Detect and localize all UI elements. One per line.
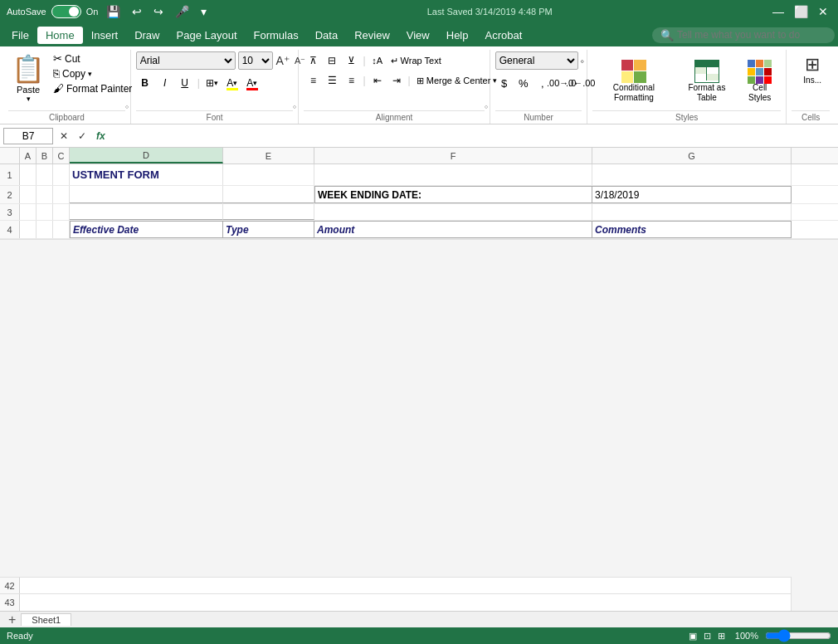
insert-button[interactable]: ⊞ Ins... xyxy=(792,51,833,87)
row-num-43[interactable]: 43 xyxy=(0,594,20,611)
col-header-c[interactable]: C xyxy=(53,148,70,163)
cell-row43[interactable] xyxy=(20,594,792,611)
formula-cancel-icon[interactable]: ✕ xyxy=(56,129,71,144)
cell-c1[interactable] xyxy=(53,164,70,185)
align-left-button[interactable]: ≡ xyxy=(304,71,322,90)
cell-c4[interactable] xyxy=(53,221,70,238)
sheet-tab-1[interactable]: Sheet1 xyxy=(21,613,71,626)
zoom-slider[interactable] xyxy=(765,629,831,642)
decrease-indent-button[interactable]: ⇤ xyxy=(368,71,387,90)
close-icon[interactable]: ✕ xyxy=(815,3,831,20)
align-center-button[interactable]: ☰ xyxy=(323,71,341,90)
menu-home[interactable]: Home xyxy=(37,27,83,44)
cell-a4[interactable] xyxy=(20,221,37,238)
align-bottom-button[interactable]: ⊻ xyxy=(342,51,360,70)
view-page-break-icon[interactable]: ⊞ xyxy=(714,631,728,642)
format-as-table-button[interactable]: Format as Table xyxy=(676,57,737,105)
conditional-formatting-button[interactable]: Conditional Formatting xyxy=(592,57,675,105)
bold-button[interactable]: B xyxy=(136,74,154,92)
format-painter-button[interactable]: 🖌 Format Painter xyxy=(50,81,135,95)
increase-font-button[interactable]: A⁺ xyxy=(275,53,290,68)
row-num-1[interactable]: 1 xyxy=(0,164,20,185)
dropdown-icon[interactable]: ▾ xyxy=(197,3,210,20)
cell-a1[interactable] xyxy=(20,164,37,185)
clipboard-expand-icon[interactable]: ⬦ xyxy=(124,101,129,110)
font-name-select[interactable]: Arial xyxy=(136,51,236,70)
percent-button[interactable]: % xyxy=(514,74,533,92)
menu-review[interactable]: Review xyxy=(346,27,398,44)
font-color-dropdown-icon[interactable]: ▾ xyxy=(253,79,257,87)
row-num-2[interactable]: 2 xyxy=(0,186,20,203)
cell-g3[interactable] xyxy=(592,204,792,220)
cell-b1[interactable] xyxy=(37,164,53,185)
font-expand-icon[interactable]: ⬦ xyxy=(292,101,297,110)
cell-e3[interactable] xyxy=(223,204,314,220)
menu-help[interactable]: Help xyxy=(438,27,477,44)
autosave-toggle[interactable] xyxy=(51,5,81,18)
cell-a3[interactable] xyxy=(20,204,37,220)
row-num-4[interactable]: 4 xyxy=(0,221,20,238)
wrap-text-button[interactable]: ↵ Wrap Text xyxy=(387,55,445,67)
menu-acrobat[interactable]: Acrobat xyxy=(477,27,531,44)
cell-g4[interactable]: Comments xyxy=(592,221,792,238)
cell-d1[interactable]: USTMENT FORM xyxy=(70,164,223,185)
save-icon[interactable]: 💾 xyxy=(103,3,124,20)
menu-file[interactable]: File xyxy=(3,27,37,44)
col-header-d[interactable]: D xyxy=(70,148,223,163)
alignment-expand-icon[interactable]: ⬦ xyxy=(484,101,489,110)
cell-f1[interactable] xyxy=(314,164,592,185)
fill-color-button[interactable]: A ▾ xyxy=(223,74,241,92)
cell-reference-input[interactable] xyxy=(3,128,53,144)
undo-icon[interactable]: ↩ xyxy=(129,3,145,20)
view-page-layout-icon[interactable]: ⊡ xyxy=(700,631,714,642)
menu-data[interactable]: Data xyxy=(307,27,346,44)
underline-button[interactable]: U xyxy=(176,74,194,92)
formula-input[interactable] xyxy=(112,128,835,144)
col-header-b[interactable]: B xyxy=(37,148,53,163)
cell-b4[interactable] xyxy=(37,221,53,238)
align-middle-button[interactable]: ⊟ xyxy=(323,51,341,70)
fill-dropdown-icon[interactable]: ▾ xyxy=(233,79,237,87)
menu-draw[interactable]: Draw xyxy=(126,27,168,44)
row-num-3[interactable]: 3 xyxy=(0,204,20,220)
paste-dropdown-icon[interactable]: ▾ xyxy=(27,95,31,103)
cell-a2[interactable] xyxy=(20,186,37,203)
cell-styles-button[interactable]: Cell Styles xyxy=(738,57,781,105)
cut-button[interactable]: ✂ Cut xyxy=(50,51,135,66)
merge-center-button[interactable]: ⊞ Merge & Center ▾ xyxy=(413,75,501,87)
view-normal-icon[interactable]: ▣ xyxy=(685,631,700,642)
border-dropdown-icon[interactable]: ▾ xyxy=(214,79,218,87)
cell-f3[interactable] xyxy=(314,204,592,220)
col-header-f[interactable]: F xyxy=(314,148,592,163)
font-color-button[interactable]: A ▾ xyxy=(243,74,261,92)
text-direction-button[interactable]: ↕A xyxy=(368,51,387,70)
cell-e2[interactable] xyxy=(223,186,314,203)
cell-d3[interactable] xyxy=(70,204,223,220)
search-input[interactable] xyxy=(677,29,826,41)
cell-f2[interactable]: WEEK ENDING DATE: xyxy=(314,186,592,203)
font-size-select[interactable]: 10 xyxy=(238,51,273,70)
col-header-g[interactable]: G xyxy=(592,148,792,163)
cell-e1[interactable] xyxy=(223,164,314,185)
copy-button[interactable]: ⎘ Copy ▾ xyxy=(50,66,135,80)
number-format-select[interactable]: General xyxy=(495,51,578,70)
cell-d4[interactable]: Effective Date xyxy=(70,221,223,238)
row-num-42[interactable]: 42 xyxy=(0,578,20,593)
cell-e4[interactable]: Type xyxy=(223,221,314,238)
cell-row42[interactable] xyxy=(20,578,792,593)
add-sheet-button[interactable]: + xyxy=(3,612,21,627)
cell-b2[interactable] xyxy=(37,186,53,203)
border-color-button[interactable]: ⊞ ▾ xyxy=(203,74,222,92)
copy-dropdown-icon[interactable]: ▾ xyxy=(88,70,92,78)
col-header-e[interactable]: E xyxy=(223,148,314,163)
currency-button[interactable]: $ xyxy=(495,74,514,92)
restore-icon[interactable]: ⬜ xyxy=(791,3,811,20)
cell-g2[interactable]: 3/18/2019 xyxy=(592,186,792,203)
menu-formulas[interactable]: Formulas xyxy=(246,27,307,44)
align-top-button[interactable]: ⊼ xyxy=(304,51,322,70)
menu-page-layout[interactable]: Page Layout xyxy=(168,27,246,44)
formula-fx-icon[interactable]: fx xyxy=(93,129,109,144)
formula-confirm-icon[interactable]: ✓ xyxy=(75,129,90,144)
increase-indent-button[interactable]: ⇥ xyxy=(387,71,406,90)
cell-b3[interactable] xyxy=(37,204,53,220)
